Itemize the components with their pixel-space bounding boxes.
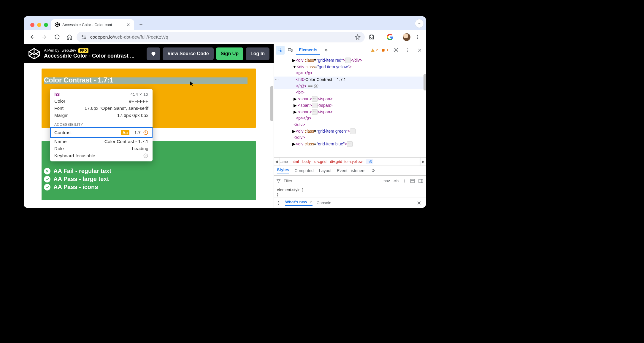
more-tabs-icon[interactable] bbox=[321, 46, 330, 55]
role-value: heading bbox=[132, 146, 148, 151]
check-row: AA Fail - regular text bbox=[44, 168, 111, 174]
style-rules[interactable]: element.style { } bbox=[274, 186, 426, 198]
codepen-actions: View Source Code Sign Up Log In bbox=[147, 47, 269, 60]
sign-up-button[interactable]: Sign Up bbox=[216, 47, 243, 60]
filter-icon bbox=[276, 179, 281, 183]
toggle-pane-icon[interactable] bbox=[418, 178, 423, 184]
drawer-tab-bar: What's new Console bbox=[274, 198, 426, 208]
styles-tab[interactable]: Styles bbox=[277, 167, 289, 174]
svg-rect-10 bbox=[382, 49, 384, 51]
close-window-button[interactable] bbox=[30, 23, 34, 27]
heart-button[interactable] bbox=[147, 47, 160, 60]
rule-line: element.style { bbox=[277, 188, 423, 192]
browser-tab[interactable]: Accessible Color - Color cont bbox=[51, 19, 134, 30]
selected-dom-node[interactable]: ⋯ <h3>Color Contrast – 1.7:1 bbox=[274, 77, 426, 83]
tooltip-tag: h3 bbox=[54, 92, 60, 97]
computed-styles-icon[interactable] bbox=[410, 178, 415, 184]
tab-search-button[interactable] bbox=[415, 19, 423, 28]
pen-title: Accessible Color - Color contrast ... bbox=[44, 53, 134, 59]
filter-input[interactable] bbox=[284, 179, 380, 183]
cls-toggle[interactable]: .cls bbox=[393, 179, 399, 183]
kbd-label: Keyboard-focusable bbox=[54, 153, 95, 158]
tooltip-color-label: Color bbox=[54, 99, 65, 104]
tooltip-margin-label: Margin bbox=[54, 113, 68, 118]
back-button[interactable] bbox=[27, 32, 37, 42]
close-drawer-icon[interactable] bbox=[415, 199, 423, 207]
event-listeners-tab[interactable]: Event Listeners bbox=[337, 168, 366, 173]
byline-author[interactable]: web.dev bbox=[62, 48, 76, 53]
codepen-logo-icon[interactable] bbox=[28, 47, 40, 60]
dom-tree[interactable]: ▶<div class="grid-item red">⋯</div> ▼<di… bbox=[274, 56, 426, 157]
view-source-button[interactable]: View Source Code bbox=[163, 47, 213, 60]
pro-badge: PRO bbox=[78, 48, 88, 53]
browser-toolbar: codepen.io/web-dot-dev/full/PoeKzWq bbox=[24, 30, 426, 44]
svg-point-1 bbox=[85, 37, 86, 39]
new-tab-button[interactable] bbox=[137, 20, 145, 29]
check-label: AA Pass - large text bbox=[53, 176, 109, 182]
svg-point-0 bbox=[82, 35, 83, 36]
issue-count[interactable]: 1 bbox=[381, 48, 388, 52]
svg-rect-9 bbox=[291, 49, 292, 52]
crumb[interactable]: div.grid bbox=[314, 159, 326, 164]
crumb[interactable]: ame bbox=[280, 159, 288, 164]
new-style-rule-icon[interactable] bbox=[402, 178, 407, 184]
contrast-value: 1.7 bbox=[134, 130, 141, 135]
minimize-window-button[interactable] bbox=[37, 23, 41, 27]
close-tab-icon[interactable] bbox=[126, 22, 131, 27]
computed-tab[interactable]: Computed bbox=[294, 168, 314, 173]
crumb[interactable]: div.grid-item.yellow bbox=[330, 159, 363, 164]
page-scrollbar[interactable] bbox=[270, 86, 273, 121]
star-icon[interactable] bbox=[355, 34, 361, 40]
devtools-status: 2 1 bbox=[371, 46, 424, 55]
reload-button[interactable] bbox=[52, 32, 62, 42]
devtools-kebab-icon[interactable] bbox=[403, 46, 412, 55]
svg-point-4 bbox=[417, 38, 418, 39]
more-styles-tabs-icon[interactable] bbox=[371, 168, 375, 173]
layout-tab[interactable]: Layout bbox=[319, 168, 331, 173]
svg-rect-15 bbox=[411, 179, 414, 183]
crumb-scroll-right-icon[interactable]: ▶ bbox=[421, 158, 426, 166]
maximize-window-button[interactable] bbox=[44, 23, 48, 27]
pass-icon bbox=[44, 176, 50, 182]
styles-tab-bar: Styles Computed Layout Event Listeners bbox=[274, 166, 426, 176]
crumb-active[interactable]: h3 bbox=[366, 159, 373, 164]
browser-window: Accessible Color - Color cont codepen.io… bbox=[24, 16, 426, 208]
elements-tab[interactable]: Elements bbox=[296, 46, 320, 55]
dom-scrollbar[interactable] bbox=[423, 74, 426, 90]
console-tab[interactable]: Console bbox=[317, 201, 331, 205]
tab-strip: Accessible Color - Color cont bbox=[24, 16, 426, 30]
close-devtools-icon[interactable] bbox=[415, 46, 424, 55]
drawer-kebab-icon[interactable] bbox=[276, 201, 281, 205]
device-toolbar-icon[interactable] bbox=[286, 46, 295, 55]
profile-avatar[interactable] bbox=[403, 33, 410, 41]
site-settings-icon[interactable] bbox=[81, 34, 87, 40]
crumb[interactable]: body bbox=[302, 159, 311, 164]
svg-rect-8 bbox=[288, 48, 291, 51]
kebab-menu-icon[interactable] bbox=[412, 32, 423, 42]
extensions-button[interactable] bbox=[367, 32, 377, 42]
crumb-scroll-left-icon[interactable]: ◀ bbox=[274, 158, 279, 166]
page-viewport: A Pen by web.dev PRO Accessible Color - … bbox=[24, 44, 274, 208]
warning-icon bbox=[143, 130, 148, 135]
whats-new-tab[interactable]: What's new bbox=[285, 200, 313, 206]
separator bbox=[381, 34, 381, 40]
check-row: AA Pass - icons bbox=[44, 184, 111, 190]
styles-filter-bar: :hov .cls bbox=[274, 176, 426, 186]
window-controls bbox=[26, 23, 51, 30]
svg-point-14 bbox=[407, 51, 408, 52]
svg-point-18 bbox=[278, 202, 279, 203]
log-in-button[interactable]: Log In bbox=[246, 47, 269, 60]
url-text: codepen.io/web-dot-dev/full/PoeKzWq bbox=[90, 34, 168, 40]
crumb[interactable]: html bbox=[291, 159, 299, 164]
google-account-icon[interactable] bbox=[385, 32, 395, 42]
warning-count[interactable]: 2 bbox=[371, 48, 378, 52]
settings-icon[interactable] bbox=[391, 46, 400, 55]
hov-toggle[interactable]: :hov bbox=[383, 179, 390, 183]
check-label: AA Pass - icons bbox=[53, 184, 98, 190]
contrast-badge: Aa bbox=[121, 130, 130, 135]
home-button[interactable] bbox=[64, 32, 75, 42]
toolbar-right bbox=[367, 32, 423, 42]
inspect-element-icon[interactable] bbox=[276, 46, 285, 55]
svg-point-13 bbox=[407, 50, 408, 50]
address-bar[interactable]: codepen.io/web-dot-dev/full/PoeKzWq bbox=[77, 32, 365, 42]
